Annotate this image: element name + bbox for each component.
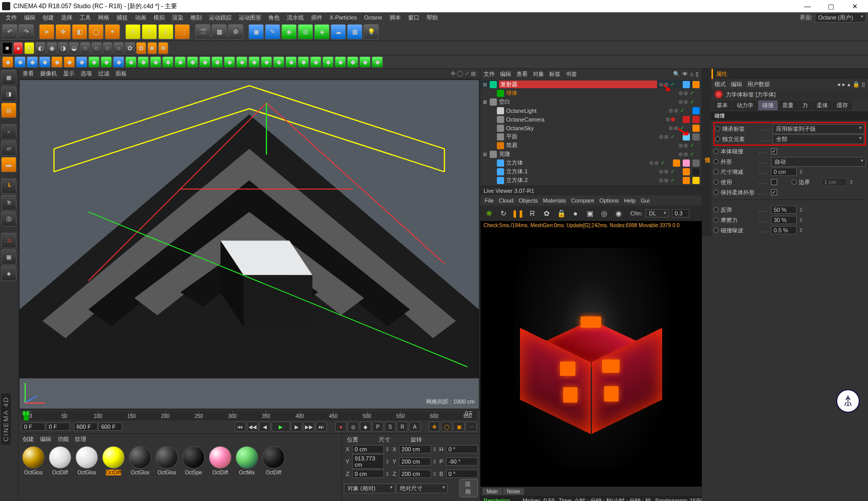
octane-btn-0[interactable]: ■ <box>2 42 12 54</box>
attrmenu-用户数据[interactable]: 用户数据 <box>747 81 770 88</box>
material-item[interactable]: OctDiff <box>101 446 126 501</box>
axis-x-button[interactable]: X <box>125 24 141 39</box>
maximize-button[interactable]: ▢ <box>820 1 842 12</box>
menu-渲染[interactable]: 渲染 <box>168 13 187 23</box>
shelf-btn-6[interactable]: ◆ <box>76 56 87 68</box>
shelf-btn-18[interactable]: ◆ <box>224 56 235 68</box>
misc-key-button[interactable]: ⋯ <box>466 422 477 432</box>
next-key-button[interactable]: ▶▶ <box>303 422 315 432</box>
objmenu-标签[interactable]: 标签 <box>549 70 561 78</box>
interface-dropdown[interactable]: Octane (用户) <box>815 13 866 23</box>
lv-crop-icon[interactable]: ▣ <box>584 208 595 219</box>
vpmenu-选项[interactable]: 选项 <box>81 70 92 77</box>
key-s-button[interactable]: S <box>384 422 396 432</box>
environment-button[interactable]: ☁ <box>331 24 346 39</box>
nurbs-button[interactable]: ◉ <box>281 24 297 39</box>
select-tool[interactable]: ➤ <box>39 24 54 39</box>
record-button[interactable]: ● <box>335 422 346 432</box>
attr-tab-力[interactable]: 力 <box>798 101 812 110</box>
scale-key-button[interactable]: ▣ <box>453 422 465 432</box>
shelf-btn-16[interactable]: ◆ <box>199 56 210 68</box>
shelf-btn-22[interactable]: ◆ <box>273 56 284 68</box>
matmenu-创建[interactable]: 创建 <box>23 435 34 443</box>
axis-y-button[interactable]: Y <box>142 24 157 39</box>
menu-X-Particles[interactable]: X-Particles <box>326 13 360 22</box>
shelf-btn-12[interactable]: ◆ <box>150 56 161 68</box>
magnet-mode[interactable]: ⊃ <box>1 233 16 248</box>
shelf-btn-8[interactable]: ◆ <box>101 56 112 68</box>
objmenu-编辑[interactable]: 编辑 <box>500 70 511 78</box>
menu-创建[interactable]: 创建 <box>39 13 57 23</box>
material-item[interactable]: OctGlos <box>74 446 100 501</box>
goto-start-button[interactable]: ⏮ <box>235 422 246 432</box>
lvmenu-Cloud[interactable]: Cloud <box>499 197 514 204</box>
menu-窗口[interactable]: 窗口 <box>404 13 423 23</box>
shelf-btn-3[interactable]: ◆ <box>39 56 50 68</box>
coord-mode1-dropdown[interactable]: 对象 (相对) <box>344 484 395 493</box>
vpmenu-显示[interactable]: 显示 <box>63 70 74 77</box>
octane-btn-14[interactable]: ❁ <box>158 42 168 54</box>
menu-雕刻[interactable]: 雕刻 <box>187 13 205 23</box>
render-view-button[interactable]: 🎬 <box>195 24 210 39</box>
menu-Octane[interactable]: Octane <box>360 13 385 22</box>
coord-apply-button[interactable]: 应用 <box>459 479 478 497</box>
point-mode[interactable]: ▫ <box>1 124 16 139</box>
undo-button[interactable]: ↶ <box>2 24 17 39</box>
lv-refresh-icon[interactable]: ❋ <box>484 208 495 219</box>
menu-模拟[interactable]: 模拟 <box>150 13 168 23</box>
shelf-btn-15[interactable]: ◆ <box>187 56 198 68</box>
vp-nav-icon[interactable]: ✥ ◯ ⤢ ▦ <box>451 70 476 77</box>
lv-tab-Noise[interactable]: Noise <box>503 488 525 495</box>
next-frame-button[interactable]: ▶ <box>291 422 302 432</box>
attrmenu-编辑[interactable]: 编辑 <box>731 81 742 88</box>
axis-z-button[interactable]: Z <box>158 24 173 39</box>
menu-文件[interactable]: 文件 <box>2 13 21 23</box>
attr-side-tab[interactable]: 属性 <box>702 69 711 236</box>
shelf-btn-10[interactable]: ◆ <box>125 56 137 68</box>
menu-选择[interactable]: 选择 <box>57 13 76 23</box>
object-tree[interactable]: ⊟发射器✓球体✓⊞空白✓OctaneLight✓OctaneCameraOcta… <box>480 79 702 186</box>
vpmenu-查看[interactable]: 查看 <box>23 70 34 77</box>
rotate-tool[interactable]: ◯ <box>88 24 104 39</box>
shelf-btn-29[interactable]: ◆ <box>359 56 371 68</box>
timeline-ruler[interactable]: 0501001502002503003504004505005506006500… <box>22 411 477 420</box>
play-button[interactable]: ▶ <box>272 422 290 432</box>
texture-mode[interactable]: ◨ <box>1 86 16 102</box>
nav-up-icon[interactable]: ▴ <box>847 81 851 88</box>
home-icon[interactable]: ⌂ <box>690 71 693 77</box>
shelf-btn-27[interactable]: ◆ <box>335 56 346 68</box>
frame-start-field[interactable]: 0 F <box>22 423 45 431</box>
menu-动画[interactable]: 动画 <box>131 13 150 23</box>
menu-插件[interactable]: 插件 <box>307 13 326 23</box>
move-tool[interactable]: ✥ <box>55 24 71 39</box>
object-row[interactable]: 立方体✓ <box>480 158 702 167</box>
objmenu-对象[interactable]: 对象 <box>533 70 544 78</box>
lv-reload-icon[interactable]: ↻ <box>498 208 509 219</box>
shelf-btn-21[interactable]: ◆ <box>261 56 272 68</box>
goto-end-button[interactable]: ⏭ <box>316 422 327 432</box>
eye-icon[interactable]: 👁 <box>682 71 688 77</box>
search-icon[interactable]: 🔍 <box>673 71 680 77</box>
rot-key-button[interactable]: ◯ <box>441 422 452 432</box>
render-settings-button[interactable]: ⚙ <box>228 24 243 39</box>
matmenu-纹理[interactable]: 纹理 <box>75 435 86 443</box>
render-pv-button[interactable]: ▦ <box>211 24 227 39</box>
minimize-button[interactable]: — <box>796 1 819 12</box>
object-row[interactable]: ⊞空白✓ <box>480 97 702 106</box>
menu-工具[interactable]: 工具 <box>76 13 94 23</box>
model-mode[interactable]: ▦ <box>1 70 16 85</box>
lock-icon[interactable]: 🔒 <box>853 81 860 88</box>
shelf-btn-5[interactable]: ◆ <box>64 56 75 68</box>
octane-btn-9[interactable]: ○ <box>103 42 113 54</box>
octane-btn-3[interactable]: ◐ <box>35 42 46 54</box>
gear-icon[interactable]: ▯ <box>696 71 699 77</box>
matmenu-功能[interactable]: 功能 <box>57 435 69 443</box>
matmenu-编辑[interactable]: 编辑 <box>40 435 51 443</box>
menu-运动图形[interactable]: 运动图形 <box>235 13 265 23</box>
menu-帮助[interactable]: 帮助 <box>423 13 441 23</box>
object-row[interactable]: ⊟克隆✓ <box>480 150 702 158</box>
nav-fwd-icon[interactable]: ▸ <box>842 81 845 88</box>
lv-focus-icon[interactable]: ◎ <box>599 208 610 219</box>
shelf-btn-25[interactable]: ◆ <box>310 56 321 68</box>
menu-编辑[interactable]: 编辑 <box>21 13 39 23</box>
